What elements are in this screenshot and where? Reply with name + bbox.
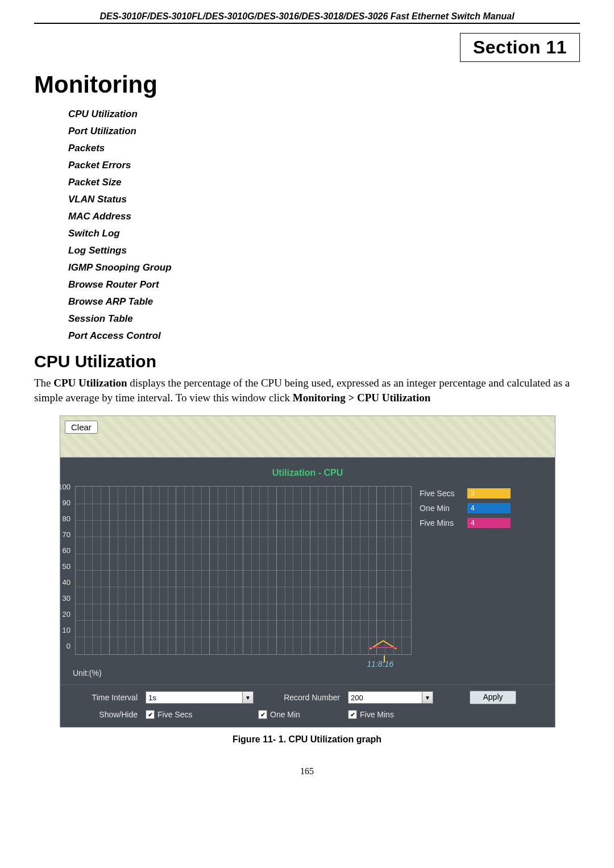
chart-area: 100 90 80 70 60 50 40 30 20 10 0: [75, 486, 410, 654]
y-tick: 50: [53, 562, 70, 571]
time-interval-label: Time Interval: [67, 693, 141, 702]
y-tick: 40: [53, 578, 70, 587]
text-bold: Monitoring > CPU Utilization: [293, 392, 431, 404]
clear-button[interactable]: Clear: [65, 421, 98, 434]
running-header: DES-3010F/DES-3010FL/DES-3010G/DES-3016/…: [34, 11, 580, 24]
toc-item: Browse ARP Table: [68, 296, 580, 308]
five-secs-checkbox[interactable]: ✔ Five Secs: [146, 710, 254, 719]
y-tick: 60: [53, 546, 70, 555]
figure-caption: Figure 11- 1. CPU Utilization graph: [60, 734, 554, 745]
one-min-checkbox[interactable]: ✔ One Min: [258, 710, 343, 719]
legend-label: One Min: [420, 504, 460, 513]
toc-item: Session Table: [68, 313, 580, 325]
toc-list: CPU Utilization Port Utilization Packets…: [68, 109, 580, 342]
chevron-down-icon: ▼: [242, 692, 253, 703]
legend-item-one-min: One Min 4: [420, 503, 547, 513]
apply-button[interactable]: Apply: [470, 691, 516, 704]
y-tick: 70: [53, 530, 70, 539]
toc-item: Log Settings: [68, 245, 580, 256]
section-heading: CPU Utilization: [34, 352, 580, 371]
toc-item: CPU Utilization: [68, 109, 580, 120]
y-tick: 20: [53, 610, 70, 618]
time-interval-select[interactable]: 1s ▼: [146, 691, 254, 704]
toc-item: Browse Router Port: [68, 279, 580, 290]
select-value: 200: [351, 693, 363, 702]
toc-item: VLAN Status: [68, 194, 580, 205]
text: The: [34, 377, 53, 389]
legend-swatch: 3: [467, 488, 511, 499]
five-mins-checkbox[interactable]: ✔ Five Mins: [348, 710, 433, 719]
paragraph: The CPU Utilization displays the percent…: [34, 376, 580, 405]
text-bold: CPU Utilization: [53, 377, 127, 389]
checkbox-label: Five Mins: [360, 710, 394, 719]
unit-label: Unit:(%): [73, 668, 547, 678]
panel-toolbar: Clear: [60, 416, 555, 458]
y-tick: 0: [53, 642, 70, 650]
chevron-down-icon: ▼: [422, 692, 433, 703]
chart-title: Utilization - CPU: [272, 468, 343, 477]
toc-item: Switch Log: [68, 228, 580, 239]
chart-timestamp: 11:8:16: [75, 659, 410, 668]
checkbox-icon: ✔: [146, 710, 155, 719]
chart-controls: Time Interval 1s ▼ Record Number 200 ▼ A…: [60, 684, 555, 727]
toc-item: IGMP Snooping Group: [68, 262, 580, 273]
toc-item: Port Utilization: [68, 126, 580, 137]
legend-item-five-mins: Five Mins 4: [420, 518, 547, 528]
toc-item: Port Access Control: [68, 330, 580, 342]
checkbox-icon: ✔: [348, 710, 357, 719]
time-marker-icon: [384, 655, 385, 662]
page-title: Monitoring: [34, 71, 580, 98]
section-box: Section 11: [460, 33, 580, 62]
legend-item-five-secs: Five Secs 3: [420, 488, 547, 499]
checkbox-icon: ✔: [258, 710, 267, 719]
page-number: 165: [34, 766, 580, 776]
chart-legend: Five Secs 3 One Min 4 Five Mins 4: [420, 486, 547, 533]
show-hide-label: Show/Hide: [67, 710, 141, 719]
legend-label: Five Mins: [420, 518, 460, 528]
y-tick: 80: [53, 514, 70, 523]
record-number-select[interactable]: 200 ▼: [348, 691, 433, 704]
y-tick: 30: [53, 594, 70, 603]
toc-item: Packets: [68, 143, 580, 154]
y-tick: 100: [53, 483, 70, 491]
checkbox-label: Five Secs: [157, 710, 192, 719]
y-axis-ticks: 100 90 80 70 60 50 40 30 20 10 0: [53, 483, 70, 650]
y-tick: 90: [53, 499, 70, 507]
toc-item: Packet Errors: [68, 160, 580, 171]
toc-item: MAC Address: [68, 211, 580, 222]
checkbox-label: One Min: [270, 710, 300, 719]
chart-plot: [75, 486, 412, 655]
section-label: Section 11: [473, 37, 567, 57]
legend-swatch: 4: [467, 518, 511, 528]
cpu-utilization-panel: Clear Utilization - CPU 100 90 80 70 60: [60, 416, 555, 728]
legend-swatch: 4: [467, 503, 511, 513]
y-tick: 10: [53, 626, 70, 634]
toc-item: Packet Size: [68, 177, 580, 188]
legend-label: Five Secs: [420, 489, 460, 498]
record-number-label: Record Number: [258, 693, 343, 702]
select-value: 1s: [148, 693, 156, 702]
